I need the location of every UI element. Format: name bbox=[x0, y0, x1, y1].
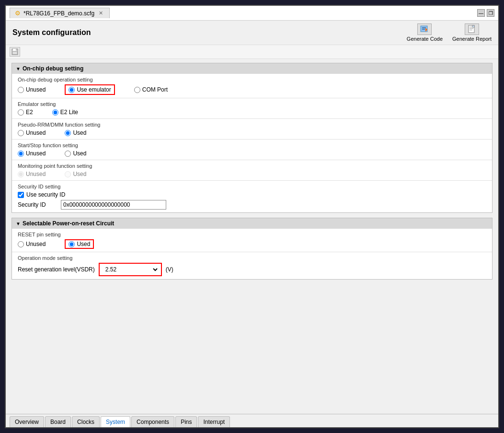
header-actions: Generate Code Generate Report bbox=[407, 23, 492, 42]
start-stop-row: Start/Stop function setting Unused Used bbox=[12, 140, 492, 160]
generate-code-label: Generate Code bbox=[407, 36, 443, 42]
tab-overview[interactable]: Overview bbox=[10, 416, 44, 427]
svg-rect-7 bbox=[470, 30, 472, 30]
use-emulator-radio-item[interactable]: Use emulator bbox=[69, 86, 111, 93]
pseudo-used-label: Used bbox=[73, 129, 86, 136]
por-collapse-arrow[interactable]: ▼ bbox=[16, 221, 21, 226]
svg-rect-2 bbox=[422, 29, 425, 30]
e2-label: E2 bbox=[26, 109, 33, 116]
startstop-unused-label: Unused bbox=[26, 150, 46, 157]
start-stop-radio-group: Unused Used bbox=[18, 150, 486, 157]
save-icon[interactable] bbox=[10, 47, 20, 57]
tab-clocks[interactable]: Clocks bbox=[72, 416, 100, 427]
svg-rect-6 bbox=[470, 28, 473, 29]
pseudo-used-radio-item[interactable]: Used bbox=[65, 129, 86, 136]
pseudo-unused-radio[interactable] bbox=[18, 130, 24, 136]
startstop-used-radio-item[interactable]: Used bbox=[65, 150, 86, 157]
svg-rect-11 bbox=[12, 52, 17, 54]
minimize-button[interactable]: — bbox=[477, 9, 485, 17]
tab-system[interactable]: System bbox=[101, 416, 130, 427]
power-on-reset-body: RESET pin setting Unused Used bbox=[12, 229, 492, 279]
reset-pin-label: RESET pin setting bbox=[18, 232, 486, 237]
dropdown-highlight: 2.52 2.80 3.10 3.40 bbox=[99, 263, 162, 276]
pseudo-rrm-row: Pseudo-RRM/DMM function setting Unused U… bbox=[12, 119, 492, 140]
svg-rect-1 bbox=[422, 27, 426, 28]
file-tab[interactable]: ⚙ *RL78G16_FPB_demo.scfg ✕ bbox=[10, 8, 110, 18]
pseudo-used-radio[interactable] bbox=[65, 130, 71, 136]
e2-radio-item[interactable]: E2 bbox=[18, 109, 33, 116]
tab-board[interactable]: Board bbox=[45, 416, 71, 427]
security-id-input[interactable] bbox=[61, 200, 166, 210]
reset-pin-row: RESET pin setting Unused Used bbox=[12, 229, 492, 252]
pseudo-rrm-radio-group: Unused Used bbox=[18, 129, 486, 136]
generate-code-icon bbox=[417, 23, 432, 35]
pseudo-unused-radio-item[interactable]: Unused bbox=[18, 129, 46, 136]
power-on-reset-title: Selectable Power-on-reset Circuit bbox=[23, 220, 114, 227]
startstop-unused-radio-item[interactable]: Unused bbox=[18, 150, 46, 157]
page-title: System configuration bbox=[12, 28, 91, 37]
reset-used-radio[interactable] bbox=[69, 241, 75, 247]
on-chip-debug-section: ▼ On-chip debug setting On-chip debug op… bbox=[11, 63, 493, 213]
tab-pins[interactable]: Pins bbox=[175, 416, 197, 427]
reset-gen-dropdown[interactable]: 2.52 2.80 3.10 3.40 bbox=[102, 265, 159, 274]
use-emulator-highlight: Use emulator bbox=[65, 84, 115, 95]
startstop-used-radio[interactable] bbox=[65, 151, 71, 157]
main-window: ⚙ *RL78G16_FPB_demo.scfg ✕ — ❐ System co… bbox=[5, 5, 499, 428]
monitoring-used-radio bbox=[65, 171, 71, 177]
operation-mode-label: Operation mode setting bbox=[18, 255, 486, 261]
generate-report-icon bbox=[465, 23, 479, 35]
generate-report-label: Generate Report bbox=[452, 36, 492, 42]
reset-unused-radio[interactable] bbox=[18, 241, 24, 247]
file-tab-icon: ⚙ bbox=[15, 10, 21, 17]
use-emulator-radio[interactable] bbox=[69, 87, 75, 93]
com-port-radio-item[interactable]: COM Port bbox=[134, 86, 168, 93]
unused-radio[interactable] bbox=[18, 87, 24, 93]
title-bar: ⚙ *RL78G16_FPB_demo.scfg ✕ — ❐ bbox=[6, 6, 498, 21]
reset-used-label: Used bbox=[77, 241, 90, 247]
power-on-reset-section: ▼ Selectable Power-on-reset Circuit RESE… bbox=[11, 218, 493, 280]
close-tab-button[interactable]: ✕ bbox=[97, 10, 104, 17]
security-id-section-label: Security ID setting bbox=[18, 184, 486, 189]
on-chip-debug-header: ▼ On-chip debug setting bbox=[12, 63, 492, 74]
reset-unused-radio-item[interactable]: Unused bbox=[18, 241, 46, 247]
monitoring-unused-label: Unused bbox=[26, 171, 46, 177]
use-security-id-checkbox[interactable] bbox=[18, 192, 24, 198]
reset-pin-radio-group: Unused Used bbox=[18, 239, 486, 249]
com-port-radio[interactable] bbox=[134, 87, 140, 93]
toolbar bbox=[6, 45, 498, 59]
header-bar: System configuration Generate Code bbox=[6, 21, 498, 45]
monitoring-used-label: Used bbox=[73, 171, 86, 177]
generate-report-button[interactable]: Generate Report bbox=[452, 23, 492, 42]
emulator-setting-label: Emulator setting bbox=[18, 101, 486, 107]
tab-components[interactable]: Components bbox=[131, 416, 174, 427]
emulator-radio-group: E2 E2 Lite bbox=[18, 109, 486, 116]
collapse-arrow[interactable]: ▼ bbox=[16, 66, 21, 71]
unused-radio-item[interactable]: Unused bbox=[18, 86, 46, 93]
monitoring-point-label: Monitoring point function setting bbox=[18, 163, 486, 169]
generate-code-button[interactable]: Generate Code bbox=[407, 23, 443, 42]
reset-used-radio-item[interactable]: Used bbox=[69, 241, 90, 247]
monitoring-unused-radio-item: Unused bbox=[18, 171, 46, 177]
e2-radio[interactable] bbox=[18, 109, 24, 116]
window-controls: — ❐ bbox=[477, 9, 494, 17]
file-tab-label: *RL78G16_FPB_demo.scfg bbox=[23, 10, 94, 17]
svg-rect-8 bbox=[472, 25, 474, 27]
e2lite-radio[interactable] bbox=[52, 109, 58, 116]
restore-button[interactable]: ❐ bbox=[487, 9, 494, 17]
reset-gen-label: Reset generation level(VSDR) bbox=[18, 266, 95, 273]
com-port-label: COM Port bbox=[142, 86, 168, 93]
e2lite-radio-item[interactable]: E2 Lite bbox=[52, 109, 78, 116]
emulator-setting-row: Emulator setting E2 E2 Lite bbox=[12, 98, 492, 119]
pseudo-rrm-label: Pseudo-RRM/DMM function setting bbox=[18, 122, 486, 128]
monitoring-used-radio-item: Used bbox=[65, 171, 86, 177]
on-chip-debug-title: On-chip debug setting bbox=[23, 65, 83, 72]
startstop-used-label: Used bbox=[73, 150, 86, 157]
operation-radio-group: Unused Use emulator COM Port bbox=[18, 84, 486, 95]
unit-label: (V) bbox=[166, 266, 173, 273]
security-id-label: Security ID bbox=[18, 201, 56, 208]
operation-setting-label: On-chip debug operation setting bbox=[18, 77, 486, 82]
pseudo-unused-label: Unused bbox=[26, 129, 46, 136]
security-id-row: Security ID bbox=[18, 200, 486, 210]
startstop-unused-radio[interactable] bbox=[18, 151, 24, 157]
tab-interrupt[interactable]: Interrupt bbox=[198, 416, 230, 427]
